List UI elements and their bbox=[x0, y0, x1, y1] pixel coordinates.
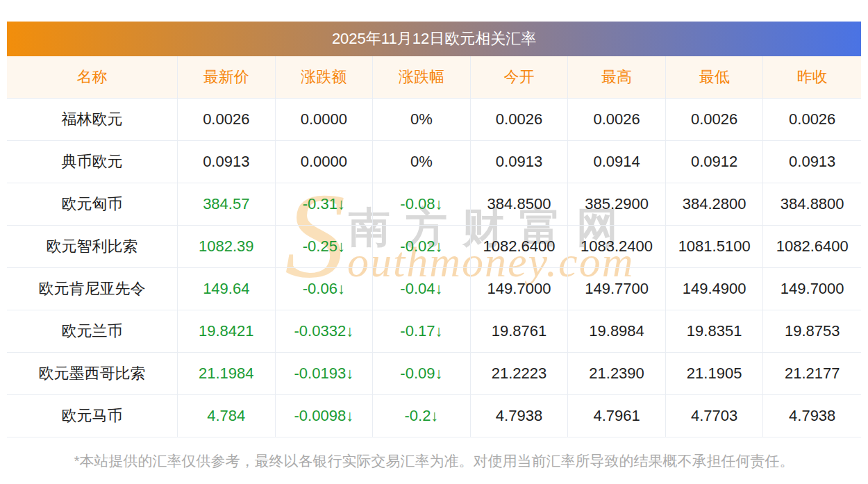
table-row: 福林欧元 0.0026 0.0000 0% 0.0026 0.0026 0.00… bbox=[7, 99, 861, 141]
cell-low: 149.4900 bbox=[666, 268, 764, 310]
cell-currency-name: 欧元马币 bbox=[7, 395, 178, 437]
cell-change-amount: -0.25↓ bbox=[276, 226, 374, 267]
cell-change-amount: -0.06↓ bbox=[276, 268, 374, 310]
cell-change-amount: -0.31↓ bbox=[276, 183, 374, 225]
cell-high: 0.0914 bbox=[568, 141, 666, 183]
cell-currency-name: 欧元墨西哥比索 bbox=[7, 353, 178, 394]
cell-high: 1083.2400 bbox=[568, 226, 666, 267]
cell-currency-name: 欧元智利比索 bbox=[7, 226, 178, 267]
cell-open: 4.7938 bbox=[471, 395, 569, 437]
cell-high: 21.2390 bbox=[568, 353, 666, 394]
cell-low: 1081.5100 bbox=[666, 226, 764, 267]
cell-high: 149.7700 bbox=[568, 268, 666, 310]
cell-latest-price: 384.57 bbox=[178, 183, 276, 225]
cell-latest-price: 0.0026 bbox=[178, 99, 276, 140]
cell-change-percent: -0.2↓ bbox=[373, 395, 471, 437]
cell-low: 21.1905 bbox=[666, 353, 764, 394]
table-row: 欧元墨西哥比索 21.1984 -0.0193↓ -0.09↓ 21.2223 … bbox=[7, 353, 861, 395]
table-row: 欧元智利比索 1082.39 -0.25↓ -0.02↓ 1082.6400 1… bbox=[7, 226, 861, 268]
cell-latest-price: 4.784 bbox=[178, 395, 276, 437]
disclaimer-text: *本站提供的汇率仅供参考，最终以各银行实际交易汇率为准。对使用当前汇率所导致的结… bbox=[74, 451, 794, 471]
header-open: 今开 bbox=[471, 56, 569, 98]
cell-low: 0.0026 bbox=[666, 99, 764, 140]
table-row: 欧元匈币 384.57 -0.31↓ -0.08↓ 384.8500 385.2… bbox=[7, 183, 861, 226]
cell-low: 0.0912 bbox=[666, 141, 764, 183]
cell-open: 21.2223 bbox=[471, 353, 569, 394]
table-body: 福林欧元 0.0026 0.0000 0% 0.0026 0.0026 0.00… bbox=[7, 99, 861, 437]
cell-change-amount: 0.0000 bbox=[276, 141, 374, 183]
header-latest-price: 最新价 bbox=[178, 56, 276, 98]
header-change-amount: 涨跌额 bbox=[276, 56, 374, 98]
cell-prev-close: 0.0026 bbox=[763, 99, 861, 140]
cell-currency-name: 福林欧元 bbox=[7, 99, 178, 140]
title-banner: 2025年11月12日欧元相关汇率 bbox=[7, 22, 861, 56]
table-row: 欧元兰币 19.8421 -0.0332↓ -0.17↓ 19.8761 19.… bbox=[7, 310, 861, 353]
cell-high: 0.0026 bbox=[568, 99, 666, 140]
cell-high: 385.2900 bbox=[568, 183, 666, 225]
page-title: 2025年11月12日欧元相关汇率 bbox=[332, 30, 536, 47]
header-name: 名称 bbox=[7, 56, 178, 98]
cell-low: 19.8351 bbox=[666, 310, 764, 352]
table-row: 欧元肯尼亚先令 149.64 -0.06↓ -0.04↓ 149.7000 14… bbox=[7, 268, 861, 310]
disclaimer: *本站提供的汇率仅供参考，最终以各银行实际交易汇率为准。对使用当前汇率所导致的结… bbox=[7, 437, 861, 484]
header-prev-close: 昨收 bbox=[763, 56, 861, 98]
cell-latest-price: 21.1984 bbox=[178, 353, 276, 394]
cell-prev-close: 149.7000 bbox=[763, 268, 861, 310]
header-low: 最低 bbox=[666, 56, 764, 98]
cell-open: 1082.6400 bbox=[471, 226, 569, 267]
cell-change-amount: 0.0000 bbox=[276, 99, 374, 140]
cell-latest-price: 1082.39 bbox=[178, 226, 276, 267]
page: S 南方财富网 outhmoney.com 2025年11月12日欧元相关汇率 … bbox=[7, 0, 861, 484]
cell-change-percent: -0.09↓ bbox=[373, 353, 471, 394]
cell-low: 4.7703 bbox=[666, 395, 764, 437]
cell-open: 149.7000 bbox=[471, 268, 569, 310]
cell-open: 0.0026 bbox=[471, 99, 569, 140]
cell-change-amount: -0.0193↓ bbox=[276, 353, 374, 394]
cell-prev-close: 19.8753 bbox=[763, 310, 861, 352]
cell-change-percent: -0.17↓ bbox=[373, 310, 471, 352]
cell-change-percent: -0.04↓ bbox=[373, 268, 471, 310]
header-high: 最高 bbox=[568, 56, 666, 98]
cell-currency-name: 欧元兰币 bbox=[7, 310, 178, 352]
cell-currency-name: 欧元肯尼亚先令 bbox=[7, 268, 178, 310]
cell-latest-price: 0.0913 bbox=[178, 141, 276, 183]
cell-high: 4.7961 bbox=[568, 395, 666, 437]
cell-prev-close: 384.8800 bbox=[763, 183, 861, 225]
cell-prev-close: 0.0913 bbox=[763, 141, 861, 183]
cell-change-percent: 0% bbox=[373, 99, 471, 140]
cell-prev-close: 1082.6400 bbox=[763, 226, 861, 267]
table-row: 欧元马币 4.784 -0.0098↓ -0.2↓ 4.7938 4.7961 … bbox=[7, 395, 861, 437]
cell-currency-name: 欧元匈币 bbox=[7, 183, 178, 225]
cell-change-amount: -0.0098↓ bbox=[276, 395, 374, 437]
table-header-row: 名称 最新价 涨跌额 涨跌幅 今开 最高 最低 昨收 bbox=[7, 56, 861, 99]
cell-prev-close: 4.7938 bbox=[763, 395, 861, 437]
cell-low: 384.2800 bbox=[666, 183, 764, 225]
cell-latest-price: 149.64 bbox=[178, 268, 276, 310]
exchange-rate-table: 名称 最新价 涨跌额 涨跌幅 今开 最高 最低 昨收 福林欧元 0.0026 0… bbox=[7, 56, 861, 437]
cell-currency-name: 典币欧元 bbox=[7, 141, 178, 183]
cell-high: 19.8984 bbox=[568, 310, 666, 352]
cell-change-percent: -0.02↓ bbox=[373, 226, 471, 267]
cell-open: 0.0913 bbox=[471, 141, 569, 183]
cell-change-amount: -0.0332↓ bbox=[276, 310, 374, 352]
cell-latest-price: 19.8421 bbox=[178, 310, 276, 352]
table-row: 典币欧元 0.0913 0.0000 0% 0.0913 0.0914 0.09… bbox=[7, 141, 861, 183]
header-change-percent: 涨跌幅 bbox=[373, 56, 471, 98]
cell-change-percent: 0% bbox=[373, 141, 471, 183]
cell-change-percent: -0.08↓ bbox=[373, 183, 471, 225]
cell-prev-close: 21.2177 bbox=[763, 353, 861, 394]
cell-open: 19.8761 bbox=[471, 310, 569, 352]
cell-open: 384.8500 bbox=[471, 183, 569, 225]
